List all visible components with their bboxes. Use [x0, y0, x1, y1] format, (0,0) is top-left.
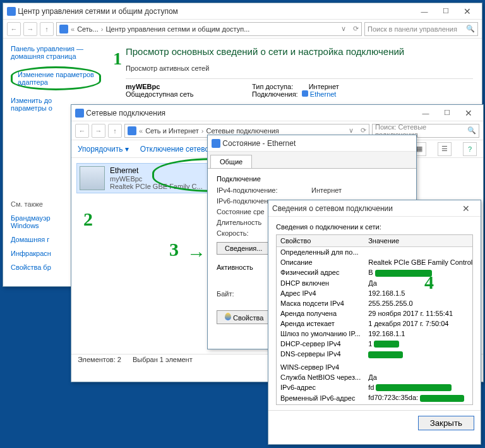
status-count: Элементов: 2 — [78, 356, 121, 366]
adapter-network: myWEBpc — [110, 175, 203, 183]
table-row: WINS-сервер IPv4 — [277, 362, 473, 372]
w4-subtitle: Сведения о подключении к сети: — [276, 223, 473, 231]
close-dialog-button[interactable]: Закрыть — [418, 416, 474, 430]
sidebar-home[interactable]: Панель управления —домашняя страница — [11, 45, 109, 60]
path-seg1[interactable]: Сеть и Интернет — [145, 127, 199, 135]
table-row: DHCP включенДа — [277, 278, 473, 288]
search-icon: 🔍 — [466, 25, 475, 33]
adapter-name: Ethernet — [110, 166, 203, 175]
ipv4-value: Интернет — [311, 186, 342, 194]
annotation-1: 1 — [113, 49, 122, 69]
control-panel-icon — [7, 7, 16, 16]
w4-title: Сведения о сетевом подключении — [272, 204, 393, 213]
table-row: Шлюз по умолчанию IP...192.168.1.1 — [277, 329, 473, 339]
w1-titlebar: Центр управления сетями и общим доступом… — [3, 3, 482, 20]
ethernet-icon — [302, 90, 308, 97]
table-row: DNS-серверы IPv4 — [277, 349, 473, 360]
w2-titlebar: Сетевые подключения — ☐ ✕ — [71, 105, 483, 121]
search-input[interactable]: Поиск в панели управления 🔍 — [364, 22, 478, 36]
forward-button[interactable]: → — [23, 22, 37, 36]
w2-title: Сетевые подключения — [86, 109, 165, 118]
details-table: СвойствоЗначение Определенный для по...О… — [277, 235, 473, 403]
adapter-icon — [80, 166, 105, 190]
view-details-button[interactable]: ☰ — [438, 142, 452, 156]
path-seg1[interactable]: Сеть... — [77, 25, 99, 33]
up-button[interactable]: ↑ — [108, 124, 122, 138]
path-seg2[interactable]: Центр управления сетями и общим доступ..… — [105, 25, 249, 33]
path-box[interactable]: « Сеть... › Центр управления сетями и об… — [56, 22, 362, 36]
organize-menu[interactable]: Упорядочить ▾ — [78, 145, 129, 154]
path-seg2[interactable]: Сетевые подключения — [207, 127, 279, 135]
col-value: Значение — [364, 235, 473, 247]
table-row: Маска подсети IPv4255.255.255.0 — [277, 298, 473, 308]
table-row: Служба NetBIOS через...Да — [277, 372, 473, 382]
table-row: Адрес IPv4192.168.1.5 — [277, 288, 473, 298]
w3-titlebar: Состояние - Ethernet — [208, 135, 416, 152]
forward-button[interactable]: → — [92, 124, 105, 138]
minimize-button[interactable]: — — [415, 105, 436, 121]
sidebar-adapter-settings[interactable]: Изменение параметровадаптера — [11, 66, 109, 90]
close-button[interactable]: ✕ — [457, 3, 478, 20]
help-button[interactable]: ? — [463, 142, 477, 156]
network-type: Общедоступная сеть — [126, 90, 252, 98]
maximize-button[interactable]: ☐ — [436, 105, 458, 121]
conn-link[interactable]: Ethernet — [310, 90, 337, 98]
table-row: Определенный для по... — [277, 247, 473, 258]
search-placeholder: Поиск в панели управления — [368, 25, 457, 33]
network-name: myWEBpc — [126, 83, 252, 90]
adapter-device: Realtek PCIe GBE Family C... — [110, 183, 203, 190]
path-icon — [128, 126, 136, 135]
adapter-ethernet[interactable]: Ethernet myWEBpc Realtek PCIe GBE Family… — [76, 163, 209, 193]
group-connection: Подключение — [217, 175, 407, 183]
status-selected: Выбран 1 элемент — [133, 356, 193, 366]
w1-addressbar: ← → ↑ « Сеть... › Центр управления сетям… — [3, 20, 482, 39]
w1-title: Центр управления сетями и общим доступом — [18, 7, 178, 16]
table-row: DHCP-сервер IPv41 — [277, 339, 473, 349]
search-icon: 🔍 — [467, 126, 476, 135]
table-row: IPv6-адресfd — [277, 382, 473, 393]
ipv4-label: IPv4-подключение: — [217, 186, 311, 194]
active-networks-heading: Просмотр активных сетей — [126, 64, 473, 72]
path-icon — [59, 25, 68, 33]
table-row: Временный IPv6-адресfd70:723c:35da: — [277, 392, 473, 403]
shield-icon — [225, 313, 231, 320]
col-property: Свойство — [277, 235, 364, 247]
minimize-button[interactable]: — — [414, 3, 435, 20]
up-button[interactable]: ↑ — [40, 22, 54, 36]
tab-general[interactable]: Общие — [210, 155, 252, 169]
main-heading: Просмотр основных сведений о сети и наст… — [126, 46, 473, 57]
close-button[interactable]: ✕ — [458, 105, 479, 121]
back-button[interactable]: ← — [75, 124, 89, 138]
conn-label: Подключения: — [252, 90, 298, 98]
netconn-icon — [75, 109, 84, 118]
access-label: Тип доступа: — [252, 83, 293, 90]
table-row: Аренда получена29 ноября 2017 г. 11:55:4… — [277, 308, 473, 318]
back-button[interactable]: ← — [7, 22, 21, 36]
details-button[interactable]: Сведения... — [217, 242, 270, 255]
table-row: Аренда истекает1 декабря 2017 г. 7:50:04 — [277, 318, 473, 329]
close-button[interactable]: ✕ — [455, 200, 477, 217]
maximize-button[interactable]: ☐ — [435, 3, 457, 20]
properties-button[interactable]: Свойства — [217, 310, 272, 324]
table-row: Физический адресB — [277, 267, 473, 278]
w3-title: Состояние - Ethernet — [222, 139, 296, 148]
table-row: ОписаниеRealtek PCIe GBE Family Controll… — [277, 257, 473, 267]
disable-device[interactable]: Отключение сетевого — [140, 145, 216, 154]
status-icon — [212, 139, 220, 148]
access-value: Интернет — [309, 83, 339, 90]
w4-titlebar: Сведения о сетевом подключении ✕ — [268, 200, 481, 217]
tab-row: Общие — [208, 152, 416, 169]
